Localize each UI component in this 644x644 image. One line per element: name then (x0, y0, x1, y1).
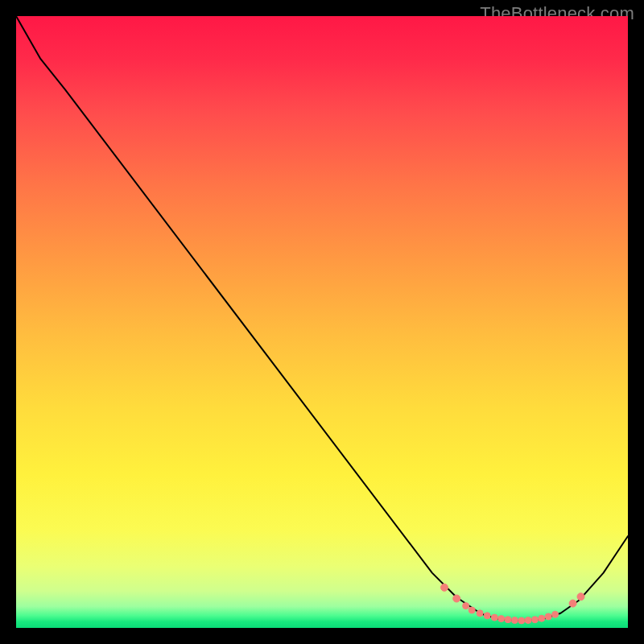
curve-marker (511, 617, 518, 624)
curve-marker (577, 593, 584, 601)
plot-area (16, 16, 628, 628)
curve-marker (484, 613, 490, 619)
curve-marker (532, 617, 539, 623)
curve-marker (525, 617, 531, 624)
curve-marker (539, 615, 545, 621)
curve-marker (463, 603, 469, 609)
curve-marker (498, 616, 505, 622)
chart-stage: TheBottleneck.com (0, 0, 644, 644)
bottleneck-curve (16, 16, 628, 621)
curve-marker (477, 610, 483, 617)
curve-marker (491, 614, 497, 621)
curve-marker (518, 617, 525, 624)
curve-marker (545, 613, 551, 620)
curve-marker (441, 584, 448, 591)
curve-marker (453, 595, 460, 602)
curve-marker (552, 611, 559, 617)
curve-marker (469, 607, 475, 613)
curve-marker (505, 617, 511, 623)
curve-marker (569, 600, 576, 607)
curve-layer (16, 16, 628, 628)
